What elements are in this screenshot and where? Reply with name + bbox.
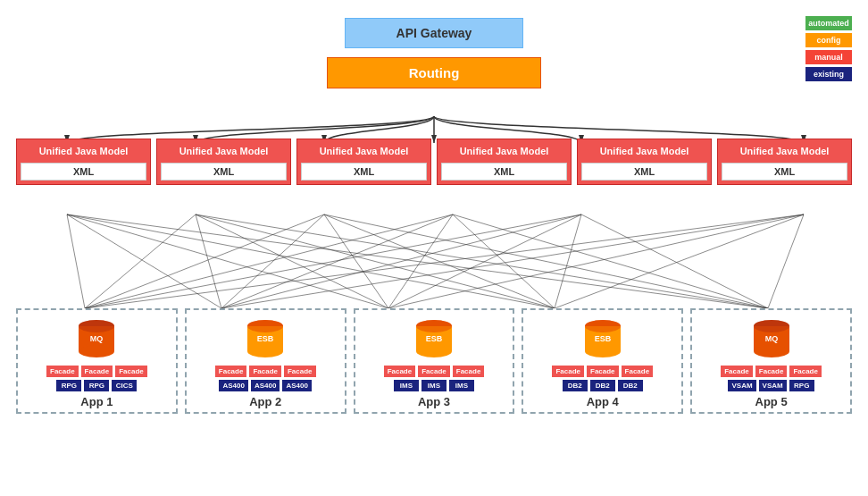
ujm-title-2: Unified Java Model: [179, 145, 269, 157]
legend-item-automated: automated: [805, 16, 852, 30]
api-gateway-box: API Gateway: [345, 18, 523, 48]
svg-line-14: [324, 214, 555, 308]
facade-box-4-2: Facade: [587, 366, 619, 377]
svg-line-11: [85, 214, 324, 308]
svg-line-12: [221, 214, 324, 308]
svg-line-23: [388, 214, 581, 308]
facade-box-2-3: Facade: [284, 366, 316, 377]
facade-box-1-2: Facade: [81, 366, 113, 377]
facade-box-5-1: Facade: [721, 366, 753, 377]
sys-box-2-3: AS400: [282, 380, 311, 391]
svg-line-3: [67, 214, 388, 308]
svg-line-19: [453, 214, 555, 308]
legend-box-manual: manual: [805, 50, 852, 64]
svg-point-38: [247, 345, 283, 357]
svg-line-15: [324, 214, 768, 308]
app-label-5: App 5: [755, 395, 788, 408]
svg-text:ESB: ESB: [595, 334, 612, 343]
facade-box-2-1: Facade: [215, 366, 247, 377]
sys-box-1-2: RPG: [84, 380, 109, 391]
legend-item-existing: existing: [805, 67, 852, 81]
svg-text:ESB: ESB: [257, 334, 274, 343]
ujm-title-6: Unified Java Model: [740, 145, 830, 157]
app-card-4: ESB FacadeFacadeFacade DB2DB2DB2 App 4: [522, 308, 683, 414]
legend-item-manual: manual: [805, 50, 852, 64]
svg-line-6: [85, 214, 196, 308]
svg-point-48: [585, 345, 621, 357]
app-row: MQ FacadeFacadeFacade RPGRPGCICS App 1 E…: [16, 308, 852, 414]
sys-box-5-1: VSAM: [728, 380, 755, 391]
sys-box-4-3: DB2: [618, 380, 643, 391]
svg-line-9: [196, 214, 555, 308]
svg-point-33: [79, 345, 114, 357]
svg-line-22: [221, 214, 581, 308]
sys-box-5-2: VSAM: [759, 380, 787, 391]
facade-box-5-3: Facade: [789, 366, 822, 377]
facade-box-1-3: Facade: [115, 366, 147, 377]
svg-line-4: [67, 214, 555, 308]
app-label-2: App 2: [249, 395, 281, 408]
ujm-row: Unified Java Model XML Unified Java Mode…: [16, 139, 852, 185]
svg-line-26: [85, 214, 804, 308]
db-icon-2: ESB: [246, 317, 285, 362]
facade-box-4-1: Facade: [552, 366, 584, 377]
svg-point-53: [754, 345, 789, 357]
svg-line-29: [555, 214, 804, 308]
ujm-card-4: Unified Java Model XML: [437, 139, 572, 185]
legend: automated config manual existing: [805, 16, 852, 81]
routing-label: Routing: [409, 65, 460, 80]
svg-line-17: [221, 214, 453, 308]
svg-line-27: [221, 214, 804, 308]
svg-point-43: [416, 345, 452, 357]
svg-point-44: [416, 320, 452, 332]
ujm-card-6: Unified Java Model XML: [717, 139, 852, 185]
xml-box-3: XML: [301, 163, 427, 181]
svg-point-39: [247, 320, 283, 332]
svg-line-7: [196, 214, 221, 308]
svg-text:MQ: MQ: [90, 334, 104, 343]
routing-box: Routing: [327, 57, 541, 88]
svg-line-13: [324, 214, 388, 308]
app-label-1: App 1: [80, 395, 113, 408]
facade-box-4-3: Facade: [622, 366, 654, 377]
app-label-4: App 4: [587, 395, 619, 408]
app-card-3: ESB FacadeFacadeFacade IMSIMSIMS App 3: [354, 308, 515, 414]
xml-box-6: XML: [722, 163, 847, 181]
legend-label-manual: manual: [814, 53, 843, 62]
ujm-card-3: Unified Java Model XML: [296, 139, 431, 185]
legend-label-existing: existing: [814, 70, 844, 79]
svg-line-2: [67, 214, 221, 308]
db-icon-1: MQ: [77, 317, 116, 362]
sys-box-1-3: CICS: [112, 380, 137, 391]
xml-box-2: XML: [161, 163, 287, 181]
app-card-1: MQ FacadeFacadeFacade RPGRPGCICS App 1: [16, 308, 178, 414]
db-icon-5: MQ: [752, 317, 791, 362]
facade-box-3-3: Facade: [453, 366, 485, 377]
facade-box-2-2: Facade: [249, 366, 281, 377]
legend-label-config: config: [817, 36, 841, 45]
svg-line-1: [67, 214, 85, 308]
app-card-2: ESB FacadeFacadeFacade AS400AS400AS400 A…: [185, 308, 346, 414]
svg-line-20: [453, 214, 768, 308]
facade-box-3-2: Facade: [418, 366, 450, 377]
ujm-title-1: Unified Java Model: [39, 145, 129, 157]
legend-label-automated: automated: [808, 19, 849, 28]
diagram-container: automated config manual existing API Gat…: [0, 0, 868, 496]
ujm-title-3: Unified Java Model: [320, 145, 409, 157]
ujm-title-4: Unified Java Model: [460, 145, 549, 157]
ujm-card-1: Unified Java Model XML: [16, 139, 151, 185]
xml-box-1: XML: [21, 163, 146, 181]
ujm-title-5: Unified Java Model: [600, 145, 689, 157]
sys-box-3-2: IMS: [421, 380, 447, 391]
facade-box-1-1: Facade: [46, 366, 79, 377]
svg-point-54: [754, 320, 789, 332]
svg-point-34: [79, 320, 114, 332]
sys-box-2-1: AS400: [219, 380, 247, 391]
db-icon-3: ESB: [414, 317, 454, 362]
svg-line-8: [196, 214, 388, 308]
svg-line-10: [196, 214, 768, 308]
sys-box-5-3: RPG: [789, 380, 814, 391]
sys-box-2-2: AS400: [251, 380, 280, 391]
svg-point-49: [585, 320, 621, 332]
sys-box-3-3: IMS: [449, 380, 474, 391]
